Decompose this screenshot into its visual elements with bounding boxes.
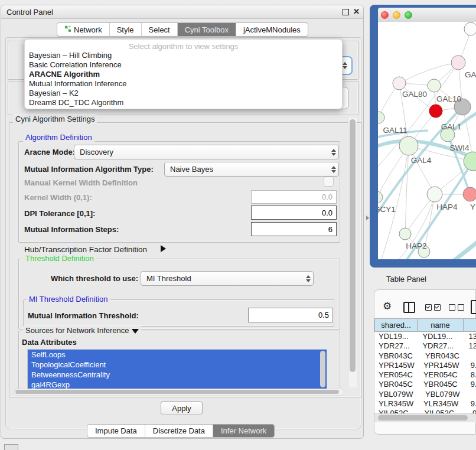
settings-vertical-scrollbar[interactable] xyxy=(348,118,357,387)
tab-jactivemnodules[interactable]: jActiveMNodules xyxy=(236,23,308,36)
mi-threshold-field[interactable]: 0.5 xyxy=(248,308,333,322)
column-header-shared[interactable]: shared... xyxy=(374,318,418,332)
minimized-panel-icon[interactable] xyxy=(4,444,18,450)
network-window-titlebar[interactable] xyxy=(378,8,476,22)
table-panel-card: ⚙ shared... name A YDL19...YDL19...13 YD… xyxy=(374,289,476,435)
table-row[interactable]: YBR045CYBR045C9. xyxy=(374,380,476,389)
table-row[interactable]: YER054CYER054C8. xyxy=(374,370,476,380)
table-row[interactable]: YBL079WYBL079W xyxy=(374,390,476,399)
kernel-width-field[interactable]: 0.0 xyxy=(251,190,337,204)
settings-horizontal-scrollbar-thumb[interactable] xyxy=(15,390,339,394)
mi-type-label: Mutual Information Algorithm Type: xyxy=(24,165,154,174)
network-view-window[interactable]: GAL GAL80 GAL10 GAL1 GAL11 SWI4 GAL4 GCY… xyxy=(370,5,476,268)
settings-horizontal-scrollbar[interactable] xyxy=(14,389,344,396)
tab-select[interactable]: Select xyxy=(142,23,178,36)
network-node[interactable] xyxy=(464,22,476,35)
menu-item-bayesian-hill-climbing[interactable]: Bayesian – Hill Climbing xyxy=(29,51,336,60)
menu-item-aracne[interactable]: ARACNE Algorithm xyxy=(29,70,336,79)
table-row[interactable]: YDL19...YDL19...13 xyxy=(374,332,476,341)
table-row[interactable]: YDR27...YDR27...12 xyxy=(374,341,476,351)
close-traffic-light[interactable] xyxy=(381,11,389,19)
network-node-hap2[interactable] xyxy=(399,228,411,240)
table-body: YDL19...YDL19...13 YDR27...YDR27...12 YB… xyxy=(374,332,476,413)
collapse-arrow-icon[interactable] xyxy=(132,329,139,334)
node-label: HAP2 xyxy=(406,242,426,250)
splitter-handle[interactable] xyxy=(366,216,369,220)
manual-kernel-label: Manual Kernel Width Definition xyxy=(24,178,138,187)
node-label: GAL4 xyxy=(411,156,432,165)
minimize-traffic-light[interactable] xyxy=(393,11,400,19)
zoom-traffic-light[interactable] xyxy=(405,11,412,19)
menu-item-bayesian-k2[interactable]: Bayesian – K2 xyxy=(29,89,336,98)
control-panel-titlebar[interactable]: Control Panel ✕ xyxy=(1,5,363,19)
threshold-definition-title: Threshold Definition xyxy=(23,254,96,263)
tab-network[interactable]: Network xyxy=(57,23,110,36)
node-label: Y xyxy=(470,203,475,211)
network-node[interactable] xyxy=(463,187,476,201)
network-node-gal4[interactable] xyxy=(399,136,418,155)
control-panel-window: Control Panel ✕ Network Style Se xyxy=(1,5,364,439)
table-horizontal-scrollbar[interactable] xyxy=(374,413,476,422)
node-label: GCY1 xyxy=(378,205,396,214)
node-label: GAL1 xyxy=(441,122,462,131)
network-graph[interactable]: GAL GAL80 GAL10 GAL1 GAL11 SWI4 GAL4 GCY… xyxy=(378,22,476,259)
table-row[interactable]: YPR145WYPR145W9. xyxy=(374,361,476,370)
network-node[interactable] xyxy=(378,112,384,123)
algorithm-dropdown-popup: Select algorithm to view settings Bayesi… xyxy=(24,39,343,109)
apply-button[interactable]: Apply xyxy=(161,401,203,415)
list-item[interactable]: BetweennessCentrality xyxy=(28,370,327,380)
control-panel-tabs: Network Style Select Cyni Toolbox jActiv… xyxy=(57,22,308,37)
split-columns-icon[interactable] xyxy=(403,302,415,313)
close-icon[interactable]: ✕ xyxy=(353,7,360,16)
popup-header: Select algorithm to view settings xyxy=(25,42,342,51)
combo-stepper-icon xyxy=(304,272,313,285)
tab-infer-network[interactable]: Infer Network xyxy=(213,425,274,437)
combo-stepper-icon xyxy=(329,162,338,176)
select-all-checks-icon[interactable] xyxy=(425,304,441,311)
list-item[interactable]: SelfLoops xyxy=(28,350,327,360)
settings-vertical-scrollbar-thumb[interactable] xyxy=(350,119,356,372)
control-panel-title: Control Panel xyxy=(6,8,53,17)
network-node[interactable] xyxy=(451,56,465,70)
clear-all-checks-icon[interactable] xyxy=(449,304,464,311)
table-row[interactable]: YLR345WYLR345W9. xyxy=(374,399,476,409)
list-scrollbar-thumb[interactable] xyxy=(320,351,325,387)
column-header-name[interactable]: name xyxy=(417,318,464,332)
expand-arrow-icon[interactable] xyxy=(161,245,166,252)
table-row[interactable]: YIL052CYIL052C9 xyxy=(374,409,476,413)
menu-item-dream8[interactable]: Dream8 DC_TDC Algorithm xyxy=(29,98,336,107)
column-header-cut[interactable]: A xyxy=(463,318,476,332)
manual-kernel-checkbox[interactable] xyxy=(324,177,334,187)
table-row[interactable]: YBR043CYBR043C xyxy=(374,351,476,361)
screen: Control Panel ✕ Network Style Se xyxy=(0,0,476,450)
node-label: GAL80 xyxy=(402,90,427,99)
aracne-mode-combo[interactable]: Discovery xyxy=(74,145,339,159)
network-node-hap4[interactable] xyxy=(427,187,442,202)
float-window-icon[interactable] xyxy=(343,9,349,15)
which-threshold-combo[interactable]: MI Threshold xyxy=(141,271,314,286)
network-node-gcy1[interactable] xyxy=(378,191,383,203)
network-node-gal80[interactable] xyxy=(393,77,406,90)
table-horizontal-scrollbar-thumb[interactable] xyxy=(378,415,468,420)
tab-cyni-toolbox[interactable]: Cyni Toolbox xyxy=(178,23,236,36)
node-label: SWI4 xyxy=(449,144,469,152)
tab-impute-data[interactable]: Impute Data xyxy=(87,425,145,437)
node-label: HAP4 xyxy=(436,203,458,211)
gear-icon[interactable]: ⚙ xyxy=(383,300,392,312)
combo-stepper-icon xyxy=(329,145,338,159)
bottom-tab-strip: Impute Data Discretize Data Infer Networ… xyxy=(87,424,275,438)
mi-type-combo[interactable]: Naive Bayes xyxy=(164,162,339,177)
new-table-icon[interactable] xyxy=(471,300,476,314)
tab-discretize-data[interactable]: Discretize Data xyxy=(145,425,213,437)
network-node-gal1[interactable] xyxy=(429,105,442,118)
dpi-tolerance-field[interactable]: 0.0 xyxy=(251,206,337,220)
menu-item-mutual-information[interactable]: Mutual Information Inference xyxy=(29,79,336,89)
menu-item-basic-correlation[interactable]: Basic Correlation Inference xyxy=(29,60,336,70)
data-attributes-list[interactable]: SelfLoops TopologicalCoefficient Between… xyxy=(27,349,327,390)
mi-steps-label: Mutual Information Steps: xyxy=(24,225,119,234)
tab-style[interactable]: Style xyxy=(110,23,142,36)
network-node-gal10[interactable] xyxy=(428,79,441,92)
network-canvas[interactable]: GAL GAL80 GAL10 GAL1 GAL11 SWI4 GAL4 GCY… xyxy=(378,22,476,259)
mi-steps-field[interactable]: 6 xyxy=(251,222,337,236)
list-item[interactable]: TopologicalCoefficient xyxy=(28,360,327,370)
